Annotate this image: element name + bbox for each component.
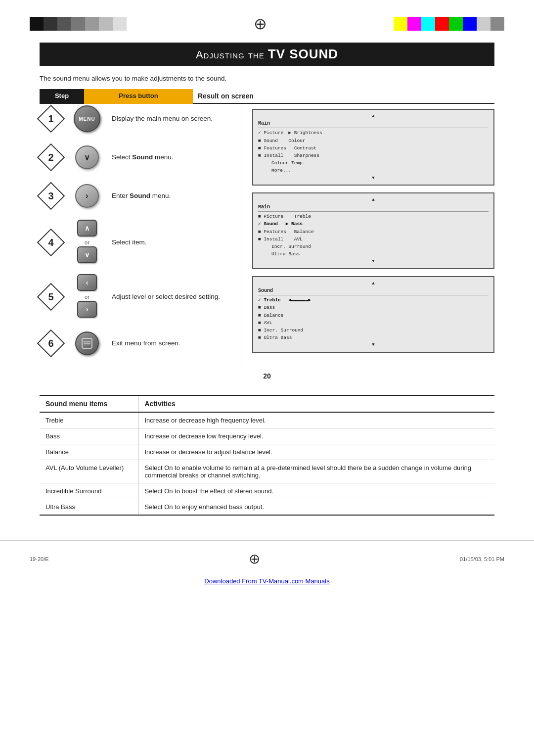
color-seg <box>435 17 449 31</box>
menu-button[interactable]: MENU <box>74 105 100 132</box>
step-desc-6: Exit menu from screen. <box>112 338 237 348</box>
table-row: Incredible SurroundSelect On to boost th… <box>40 483 494 499</box>
color-seg <box>421 17 435 31</box>
screen-result-1: ▲ Main ✓ Picture▶ Brightness ■ Sound Col… <box>252 109 494 186</box>
screen2-row4: ■ Install AVL <box>258 236 489 243</box>
color-seg <box>30 17 44 31</box>
svg-rect-1 <box>84 341 90 342</box>
color-seg <box>44 17 57 31</box>
step-desc-1: Display the main menu on screen. <box>112 114 237 124</box>
color-seg <box>477 17 490 31</box>
screen3-row5: ■ Incr. Surround <box>258 327 489 334</box>
screen1-row5: Colour Temp. <box>258 159 489 167</box>
steps-header: Step Press button Result on screen <box>40 89 494 104</box>
step-row-5: 5 ‹ or › Adjust level or select desired … <box>40 274 237 320</box>
step-desc-2: Select Sound menu. <box>112 152 237 162</box>
intro-text: The sound menu allows you to make adjust… <box>40 75 494 82</box>
table-col1-header: Sound menu items <box>40 395 138 412</box>
right-button[interactable]: › <box>75 184 99 208</box>
down-button-4[interactable]: ∨ <box>77 246 97 263</box>
table-cell-item: AVL (Auto Volume Leveller) <box>40 460 138 483</box>
table-cell-activity: Increase or decrease to adjust balance l… <box>138 444 494 460</box>
screen3-title: Sound <box>258 287 489 295</box>
down-button[interactable]: ∨ <box>75 145 99 169</box>
screen3-row1: ✓ Treble ◀▬▬▬▬▬▬▶ <box>258 296 489 304</box>
step-row-4: 4 ∧ or ∨ Select item. <box>40 220 237 265</box>
table-col2-header: Activities <box>138 395 494 412</box>
step-number-3: 3 <box>40 185 62 207</box>
color-seg <box>57 17 71 31</box>
step-button-4: ∧ or ∨ <box>67 220 107 265</box>
color-seg <box>463 17 477 31</box>
color-seg <box>113 17 127 31</box>
step-number-4: 4 <box>40 231 62 254</box>
color-seg <box>85 17 99 31</box>
or-label-5: or <box>85 294 89 300</box>
crosshair-top <box>251 15 269 33</box>
screen1-row2: ■ Sound Colour <box>258 137 489 144</box>
header-step: Step <box>40 89 84 104</box>
step-desc-5: Adjust level or select desired setting. <box>112 292 237 302</box>
table-cell-activity: Select On to enjoy enhanced bass output. <box>138 499 494 516</box>
step-number-2: 2 <box>40 146 62 169</box>
left-button[interactable]: ‹ <box>77 274 97 291</box>
tri-down-3: ▼ <box>258 341 489 348</box>
step-number-1: 1 <box>40 107 62 130</box>
color-seg <box>71 17 85 31</box>
tri-down-1: ▼ <box>258 175 489 182</box>
screen1-row3: ■ Features Contrast <box>258 144 489 152</box>
tri-up-3: ▲ <box>258 280 489 287</box>
header-press: Press button <box>84 89 193 104</box>
step-button-5: ‹ or › <box>67 274 107 320</box>
screen-result-2: ▲ Main ■ Picture Treble ✓ Sound ▶ Bass ■… <box>252 192 494 269</box>
step-button-3: › <box>67 184 107 208</box>
screen2-row3: ■ Features Balance <box>258 228 489 236</box>
tri-up-2: ▲ <box>258 196 489 203</box>
step-button-6 <box>67 331 107 355</box>
crosshair-bottom: ⊕ <box>249 551 260 567</box>
right-button-5[interactable]: › <box>77 301 97 318</box>
up-button[interactable]: ∧ <box>77 220 97 236</box>
header-result: Result on screen <box>193 89 494 104</box>
step-desc-3: Enter Sound menu. <box>112 191 237 201</box>
table-cell-activity: Select On to enable volume to remain at … <box>138 460 494 483</box>
table-cell-activity: Increase or decrease low frequency level… <box>138 428 494 444</box>
table-row: BalanceIncrease or decrease to adjust ba… <box>40 444 494 460</box>
ok-icon <box>80 336 94 350</box>
step-number-5: 5 <box>40 285 62 308</box>
color-seg <box>99 17 113 31</box>
steps-area: 1 MENU Display the main menu on screen. … <box>40 104 494 367</box>
svg-rect-2 <box>84 343 90 344</box>
page-content: Adjusting the TV Sound The sound menu al… <box>0 38 534 535</box>
screen1-title: Main <box>258 120 489 128</box>
color-bar-left <box>30 17 127 31</box>
table-cell-item: Treble <box>40 412 138 428</box>
step-button-2: ∨ <box>67 145 107 169</box>
ok-button[interactable] <box>75 331 99 355</box>
table-row: Ultra BassSelect On to enjoy enhanced ba… <box>40 499 494 516</box>
table-cell-item: Incredible Surround <box>40 483 138 499</box>
tri-up-1: ▲ <box>258 113 489 120</box>
step-desc-4: Select item. <box>112 237 237 247</box>
color-seg <box>490 17 504 31</box>
footer: 19-20/E ⊕ 01/15/03, 5:01 PM <box>0 540 534 572</box>
screen2-title: Main <box>258 203 489 212</box>
screen-result-3: ▲ Sound ✓ Treble ◀▬▬▬▬▬▬▶ ■ Bass ■ Balan… <box>252 276 494 353</box>
screen2-row6: Ultra Bass <box>258 250 489 258</box>
screen3-row2: ■ Bass <box>258 304 489 311</box>
page-number: 20 <box>40 372 494 380</box>
page-title-box: Adjusting the TV Sound <box>40 43 494 66</box>
table-cell-item: Bass <box>40 428 138 444</box>
step-number-6: 6 <box>40 332 62 355</box>
color-seg <box>407 17 421 31</box>
screen1-row1: ✓ Picture▶ Brightness <box>258 129 489 137</box>
screen3-row6: ■ Ultra Bass <box>258 334 489 341</box>
top-bar-area <box>0 0 534 38</box>
step-row-3: 3 › Enter Sound menu. <box>40 181 237 211</box>
screen2-row1: ■ Picture Treble <box>258 213 489 220</box>
sound-menu-table: Sound menu items Activities TrebleIncrea… <box>40 395 494 516</box>
screen1-row4: ■ Install Sharpness <box>258 152 489 159</box>
table-cell-activity: Increase or decrease high frequency leve… <box>138 412 494 428</box>
download-link[interactable]: Downloaded From TV-Manual.com Manuals <box>204 577 329 585</box>
screen2-row2: ✓ Sound ▶ Bass <box>258 220 489 228</box>
